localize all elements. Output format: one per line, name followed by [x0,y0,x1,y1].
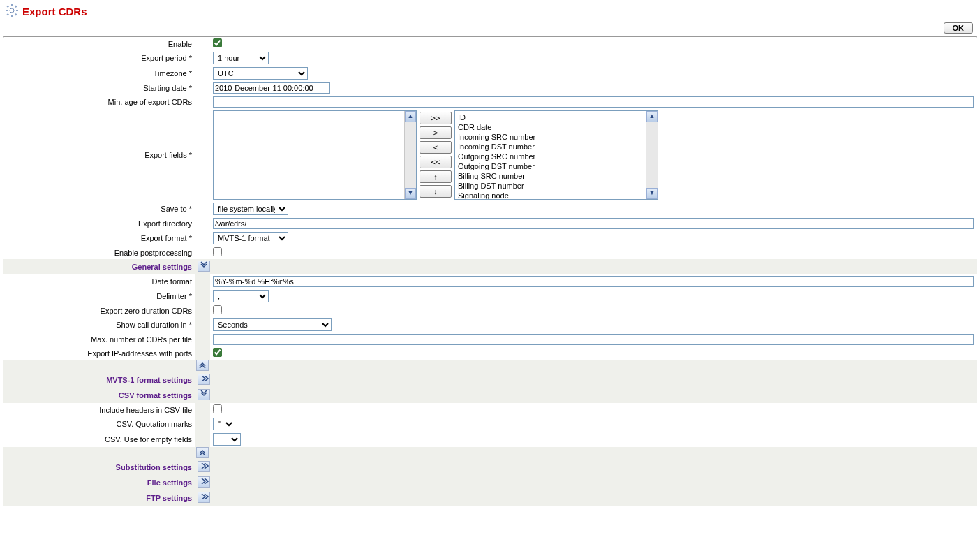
collapse-icon[interactable] [198,261,210,272]
scroll-up-icon[interactable]: ▲ [646,111,658,122]
move-down-button[interactable]: ↓ [420,185,452,198]
available-fields-list[interactable]: IDCDR dateIncoming SRC numberIncoming DS… [454,110,658,200]
delimiter-select[interactable]: , [213,290,269,302]
move-all-left-button[interactable]: << [420,156,452,168]
page-title: Export CDRs [22,6,87,17]
scroll-down-icon[interactable]: ▼ [405,188,416,199]
move-left-button[interactable]: < [420,141,452,154]
list-item[interactable]: Outgoing SRC number [456,152,656,161]
save-to-select[interactable]: file system locally [213,203,288,215]
list-item[interactable]: ID [456,112,656,122]
list-item[interactable]: Outgoing DST number [456,161,656,171]
svg-rect-3 [6,10,8,11]
expand-icon[interactable] [198,374,210,385]
label-show-duration: Show call duration in [3,317,195,332]
enable-postproc-checkbox[interactable] [213,247,222,256]
label-date-format: Date format [3,274,195,288]
csv-empty-select[interactable] [213,433,241,446]
selected-fields-list[interactable]: ▲ ▼ [213,110,417,200]
expand-icon[interactable] [198,461,210,472]
collapse-icon[interactable] [198,389,210,400]
section-csv-settings: CSV format settings [3,388,195,403]
timezone-select[interactable]: UTC [213,67,308,80]
show-duration-select[interactable]: Seconds [213,318,332,331]
max-cdrs-input[interactable] [213,334,974,345]
label-csv-empty: CSV. Use for empty fields [3,432,195,447]
label-export-fields: Export fields [3,109,195,201]
section-ftp-settings: FTP settings [3,490,195,506]
export-dir-input[interactable] [213,218,974,229]
label-delimiter: Delimiter [3,288,195,304]
starting-date-input[interactable] [213,82,330,94]
list-item[interactable]: Signaling node [456,191,656,200]
list-item[interactable]: Incoming DST number [456,142,656,152]
collapse-up-icon[interactable] [196,447,209,458]
label-export-dir: Export directory [3,217,195,230]
gear-icon [6,4,18,18]
export-format-select[interactable]: MVTS-1 format [213,232,288,244]
date-format-input[interactable] [213,276,974,287]
csv-quote-select[interactable]: " [213,418,235,430]
svg-rect-6 [15,5,17,8]
list-item[interactable]: Billing DST number [456,181,656,191]
section-file-settings: File settings [3,475,195,490]
enable-checkbox[interactable] [213,38,222,47]
svg-rect-7 [6,13,9,16]
label-enable: Enable [3,37,195,50]
export-zero-checkbox[interactable] [213,305,222,314]
ok-button[interactable]: OK [944,22,974,34]
svg-rect-2 [11,15,13,17]
collapse-up-icon[interactable] [196,360,209,371]
section-substitution: Substitution settings [3,460,195,475]
label-export-period: Export period [3,50,195,66]
csv-headers-checkbox[interactable] [213,404,222,413]
expand-icon[interactable] [198,492,210,503]
svg-rect-1 [11,4,13,6]
label-max-cdrs: Max. number of CDRs per file [3,332,195,346]
label-starting-date: Starting date [3,81,195,95]
label-csv-headers: Include headers in CSV file [3,403,195,416]
move-right-button[interactable]: > [420,126,452,139]
list-item[interactable]: Incoming SRC number [456,132,656,142]
min-age-input[interactable] [213,96,974,108]
move-up-button[interactable]: ↑ [420,170,452,183]
expand-icon[interactable] [198,476,210,488]
svg-rect-5 [6,5,9,8]
export-period-select[interactable]: 1 hour [213,52,269,64]
label-export-zero: Export zero duration CDRs [3,304,195,317]
scroll-down-icon[interactable]: ▼ [646,188,658,199]
scroll-up-icon[interactable]: ▲ [405,111,416,122]
scrollbar[interactable]: ▲ ▼ [404,111,416,199]
label-min-age: Min. age of export CDRs [3,95,195,109]
label-export-format: Export format [3,230,195,246]
list-item[interactable]: CDR date [456,122,656,132]
svg-rect-8 [15,13,17,16]
list-item[interactable]: Billing SRC number [456,171,656,181]
move-all-right-button[interactable]: >> [420,112,452,124]
svg-rect-4 [16,10,18,11]
section-mvts1-settings: MVTS-1 format settings [3,372,195,388]
scrollbar[interactable]: ▲ ▼ [646,111,658,199]
label-csv-quote: CSV. Quotation marks [3,416,195,432]
svg-point-0 [10,8,14,13]
label-enable-postproc: Enable postprocessing [3,246,195,259]
label-save-to: Save to [3,201,195,217]
section-general-settings: General settings [3,259,195,274]
label-export-ip: Export IP-addresses with ports [3,346,195,360]
label-timezone: Timezone [3,66,195,81]
export-ip-checkbox[interactable] [213,348,222,357]
